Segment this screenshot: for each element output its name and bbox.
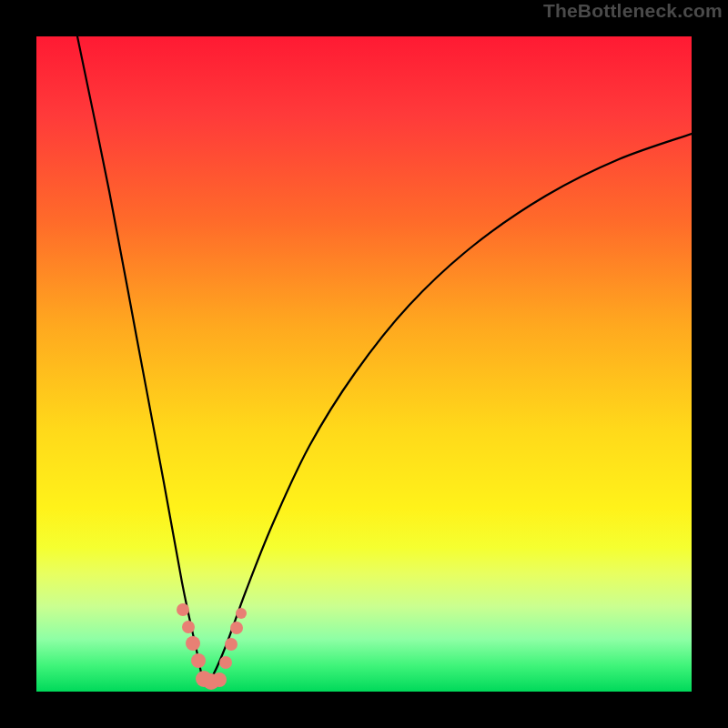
data-bead xyxy=(236,608,247,619)
watermark: TheBottleneck.com xyxy=(543,0,723,22)
data-bead xyxy=(230,622,243,634)
data-bead xyxy=(182,621,195,633)
data-bead xyxy=(186,636,200,651)
data-bead xyxy=(212,672,227,687)
plot-area xyxy=(36,36,692,692)
data-bead xyxy=(191,653,206,668)
data-bead xyxy=(219,656,232,669)
data-bead xyxy=(225,638,238,651)
data-bead xyxy=(177,603,189,616)
bottleneck-curve xyxy=(36,36,692,692)
